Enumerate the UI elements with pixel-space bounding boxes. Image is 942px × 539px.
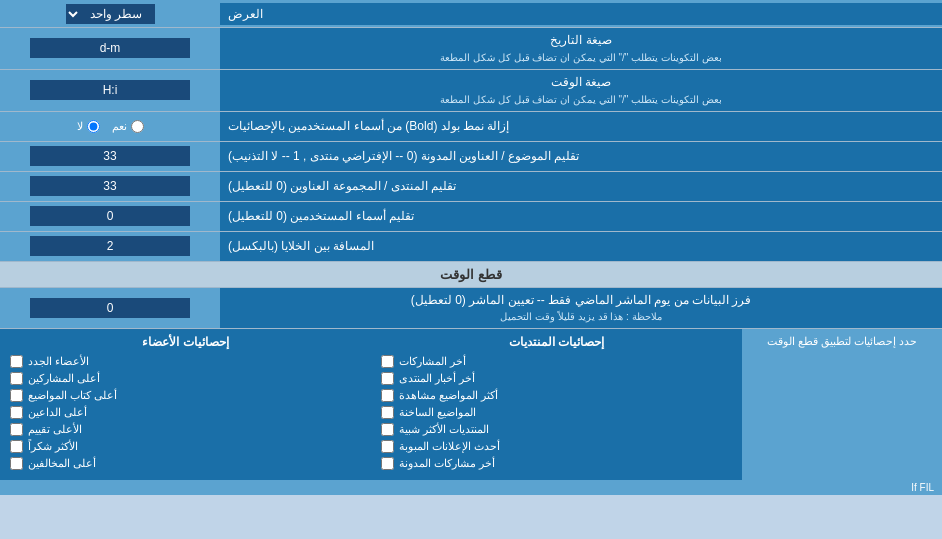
username-trim-label: تقليم أسماء المستخدمين (0 للتعطيل) bbox=[220, 202, 942, 231]
time-format-input-area bbox=[0, 70, 220, 111]
stat-forums-check-1[interactable] bbox=[381, 372, 394, 385]
cell-distance-row: المسافة بين الخلايا (بالبكسل) bbox=[0, 232, 942, 262]
topic-order-input-area bbox=[0, 142, 220, 171]
stat-forums-check-3[interactable] bbox=[381, 406, 394, 419]
stat-forums-check-6[interactable] bbox=[381, 457, 394, 470]
stat-members-check-3[interactable] bbox=[10, 406, 23, 419]
bold-remove-radio-area: نعم لا bbox=[0, 112, 220, 141]
username-trim-row: تقليم أسماء المستخدمين (0 للتعطيل) bbox=[0, 202, 942, 232]
stat-members-item-4: الأعلى تقييم bbox=[10, 423, 361, 436]
radio-no-group: لا bbox=[77, 120, 100, 133]
realtime-input-area bbox=[0, 288, 220, 329]
stats-section: حدد إحصائيات لتطبيق قطع الوقت إحصائيات ا… bbox=[0, 329, 942, 480]
forum-order-input[interactable] bbox=[30, 176, 190, 196]
forum-order-row: تقليم المنتدى / المجموعة العناوين (0 للت… bbox=[0, 172, 942, 202]
bold-remove-no-label: لا bbox=[77, 120, 83, 133]
stat-forums-item-0: أخر المشاركات bbox=[381, 355, 732, 368]
stat-members-check-4[interactable] bbox=[10, 423, 23, 436]
username-trim-input-area bbox=[0, 202, 220, 231]
display-row: العرض سطر واحدسطرينثلاثة أسطر bbox=[0, 0, 942, 28]
time-format-input[interactable] bbox=[30, 80, 190, 100]
stat-forums-check-4[interactable] bbox=[381, 423, 394, 436]
stat-members-check-6[interactable] bbox=[10, 457, 23, 470]
radio-yes-group: نعم bbox=[112, 120, 144, 133]
display-select[interactable]: سطر واحدسطرينثلاثة أسطر bbox=[66, 4, 155, 24]
stats-col-members: إحصائيات الأعضاء الأعضاء الجدد أعلى المش… bbox=[0, 329, 371, 480]
cell-distance-input-area bbox=[0, 232, 220, 261]
display-label: العرض bbox=[220, 3, 942, 25]
stats-apply-col: حدد إحصائيات لتطبيق قطع الوقت bbox=[742, 329, 942, 480]
realtime-section-header: قطع الوقت bbox=[0, 262, 942, 288]
username-trim-input[interactable] bbox=[30, 206, 190, 226]
stat-members-check-1[interactable] bbox=[10, 372, 23, 385]
stat-forums-check-2[interactable] bbox=[381, 389, 394, 402]
stats-col2-title: إحصائيات الأعضاء bbox=[10, 335, 361, 349]
date-format-input[interactable] bbox=[30, 38, 190, 58]
stat-members-item-6: أعلى المخالفين bbox=[10, 457, 361, 470]
time-format-row: صيغة الوقت بعض التكوينات يتطلب "/" التي … bbox=[0, 70, 942, 112]
bold-remove-no-radio[interactable] bbox=[87, 120, 100, 133]
bold-remove-label: إزالة نمط بولد (Bold) من أسماء المستخدمي… bbox=[220, 112, 942, 141]
stat-forums-item-3: المواضيع الساخنة bbox=[381, 406, 732, 419]
time-format-label: صيغة الوقت بعض التكوينات يتطلب "/" التي … bbox=[220, 70, 942, 111]
forum-order-input-area bbox=[0, 172, 220, 201]
topic-order-row: تقليم الموضوع / العناوين المدونة (0 -- ا… bbox=[0, 142, 942, 172]
bold-remove-yes-radio[interactable] bbox=[131, 120, 144, 133]
realtime-row: فرز البيانات من يوم الماشر الماضي فقط --… bbox=[0, 288, 942, 330]
date-format-label: صيغة التاريخ بعض التكوينات يتطلب "/" الت… bbox=[220, 28, 942, 69]
stat-members-check-5[interactable] bbox=[10, 440, 23, 453]
forum-order-label: تقليم المنتدى / المجموعة العناوين (0 للت… bbox=[220, 172, 942, 201]
stat-forums-item-2: أكثر المواضيع مشاهدة bbox=[381, 389, 732, 402]
bold-remove-row: إزالة نمط بولد (Bold) من أسماء المستخدمي… bbox=[0, 112, 942, 142]
date-format-row: صيغة التاريخ بعض التكوينات يتطلب "/" الت… bbox=[0, 28, 942, 70]
display-select-area[interactable]: سطر واحدسطرينثلاثة أسطر bbox=[0, 1, 220, 27]
date-format-input-area bbox=[0, 28, 220, 69]
stat-members-item-2: أعلى كتاب المواضيع bbox=[10, 389, 361, 402]
cell-distance-input[interactable] bbox=[30, 236, 190, 256]
stats-col1-title: إحصائيات المنتديات bbox=[381, 335, 732, 349]
realtime-label: فرز البيانات من يوم الماشر الماضي فقط --… bbox=[220, 288, 942, 329]
stats-apply-text: حدد إحصائيات لتطبيق قطع الوقت bbox=[767, 335, 917, 348]
stat-members-item-3: أعلى الداعين bbox=[10, 406, 361, 419]
stat-members-check-0[interactable] bbox=[10, 355, 23, 368]
realtime-input[interactable] bbox=[30, 298, 190, 318]
stat-forums-item-5: أحدث الإعلانات المبوبة bbox=[381, 440, 732, 453]
stat-forums-item-4: المنتديات الأكثر شبية bbox=[381, 423, 732, 436]
bold-remove-yes-label: نعم bbox=[112, 120, 127, 133]
stat-members-item-0: الأعضاء الجدد bbox=[10, 355, 361, 368]
topic-order-input[interactable] bbox=[30, 146, 190, 166]
stat-members-check-2[interactable] bbox=[10, 389, 23, 402]
stat-forums-item-1: أخر أخبار المنتدى bbox=[381, 372, 732, 385]
stats-col-forums: إحصائيات المنتديات أخر المشاركات أخر أخب… bbox=[371, 329, 742, 480]
stat-members-item-1: أعلى المشاركين bbox=[10, 372, 361, 385]
stat-forums-check-5[interactable] bbox=[381, 440, 394, 453]
stat-forums-check-0[interactable] bbox=[381, 355, 394, 368]
footer-note: If FIL bbox=[0, 480, 942, 495]
stat-members-item-5: الأكثر شكراً bbox=[10, 440, 361, 453]
cell-distance-label: المسافة بين الخلايا (بالبكسل) bbox=[220, 232, 942, 261]
topic-order-label: تقليم الموضوع / العناوين المدونة (0 -- ا… bbox=[220, 142, 942, 171]
stat-forums-item-6: أخر مشاركات المدونة bbox=[381, 457, 732, 470]
